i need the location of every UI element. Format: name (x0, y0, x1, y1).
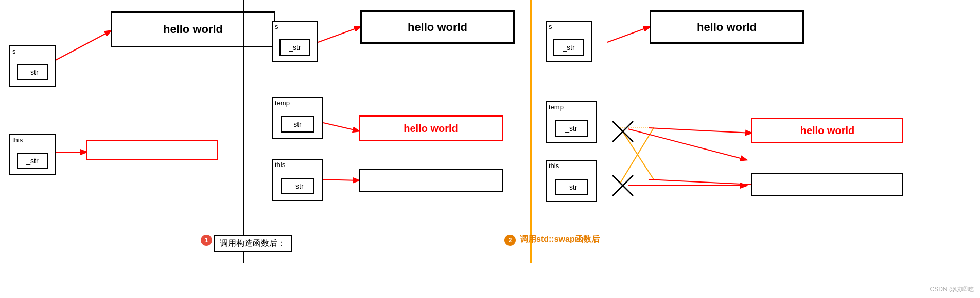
temp-outer-box-p3: temp _str (546, 101, 597, 143)
this-str-inner-box-p3: _str (555, 179, 588, 195)
this-label-p3: this (549, 162, 559, 170)
s-str-label: _str (26, 68, 38, 76)
s-label: s (12, 47, 16, 55)
this-str-label-p1: _str (26, 157, 38, 165)
hello-world-box-p1-top: hello world (111, 11, 275, 47)
badge-1: 1 (201, 235, 212, 246)
s-label-p3: s (549, 23, 552, 30)
hello-world-box-p2-top: hello world (360, 10, 515, 44)
hello-world-text-p2-mid: hello world (404, 123, 458, 135)
s-str-label-p2: _str (289, 43, 301, 52)
hello-world-text-p3-mid: hello world (800, 125, 855, 137)
s-str-inner-box-p2: _str (279, 39, 310, 56)
svg-line-5 (607, 27, 650, 42)
this-label-p1: this (12, 136, 23, 144)
temp-str-inner-box-p2: str (281, 116, 314, 133)
hello-world-box-p3-top: hello world (650, 10, 804, 44)
s-str-inner-box: _str (17, 64, 48, 80)
this-str-inner-box-p2: _str (281, 178, 314, 194)
hello-world-box-p3-mid: hello world (751, 118, 903, 143)
hello-world-box-p2-mid: hello world (359, 115, 503, 141)
cross-arrow-2 (618, 165, 757, 206)
temp-label-p3: temp (549, 103, 564, 111)
s-str-label-p3: _str (563, 43, 574, 52)
caption-p3: 调用std::swap函数后 (520, 234, 600, 245)
this-outer-box-p3: this _str (546, 160, 597, 202)
caption-p2: 调用构造函数后： (214, 235, 292, 252)
s-str-inner-box-p3: _str (553, 39, 584, 56)
this-outer-box-p1: this _str (9, 134, 56, 175)
svg-line-0 (52, 31, 111, 62)
temp-outer-box-p2: temp str (272, 97, 323, 139)
hello-world-text-p1-top: hello world (163, 23, 223, 36)
this-str-inner-box-p1: _str (17, 153, 48, 169)
svg-line-15 (628, 129, 746, 160)
this-str-label-p2: _str (291, 182, 303, 190)
this-str-label-p3: _str (565, 183, 577, 191)
hello-world-text-p2-top: hello world (408, 21, 467, 34)
s-outer-box: s _str (9, 45, 56, 87)
s-outer-box-p3: s _str (546, 21, 592, 62)
temp-str-inner-box-p3: _str (555, 120, 588, 137)
empty-box-p1 (86, 140, 218, 160)
svg-line-3 (323, 123, 359, 131)
svg-line-2 (318, 27, 360, 42)
watermark: CSDN @吱唧吃 (930, 285, 974, 294)
s-label-p2: s (275, 23, 278, 30)
empty-box-p3-bottom (751, 173, 903, 196)
this-outer-box-p2: this _str (272, 159, 323, 201)
badge-2: 2 (504, 235, 516, 246)
s-outer-box-p2: s _str (272, 21, 318, 62)
divider-line-2 (530, 0, 532, 263)
svg-line-4 (319, 179, 359, 180)
this-label-p2: this (275, 161, 285, 169)
temp-label-p2: temp (275, 99, 290, 107)
hello-world-text-p3-top: hello world (697, 21, 757, 34)
divider-line-1 (243, 0, 244, 263)
temp-str-label-p2: str (293, 120, 302, 128)
temp-str-label-p3: _str (565, 124, 577, 133)
empty-box-p2-bottom (359, 169, 503, 192)
